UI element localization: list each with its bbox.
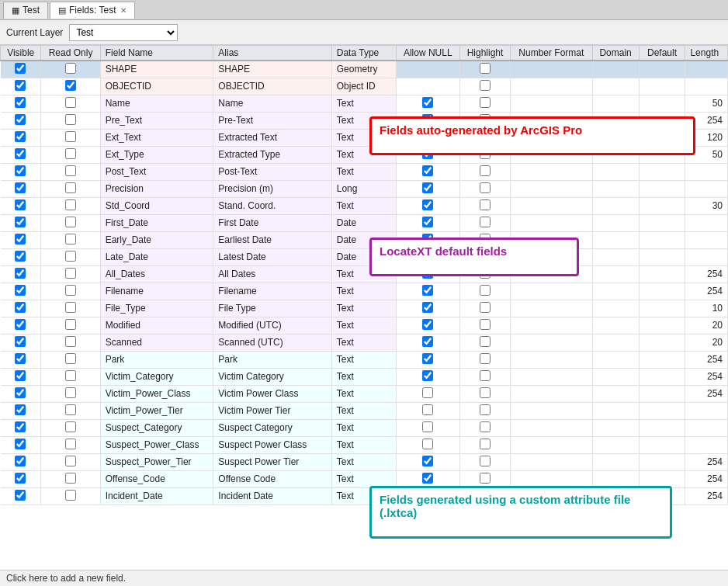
allownull-checkbox <box>396 385 459 402</box>
readonly-checkbox <box>41 283 100 300</box>
cell-fieldname-col: Suspect_Category <box>100 419 213 436</box>
bottom-bar[interactable]: Click here to add a new field. <box>0 570 728 584</box>
cell-numformat-col center <box>510 317 592 334</box>
readonly-checkbox <box>41 231 100 248</box>
highlight-checkbox <box>459 265 510 283</box>
table-row[interactable]: Early_DateEarliest DateDate <box>1 231 728 248</box>
table-row[interactable]: All_DatesAll DatesText254 <box>1 265 728 283</box>
cell-fieldname-col: Name <box>100 95 213 112</box>
highlight-checkbox <box>459 300 510 317</box>
table-row[interactable]: SHAPESHAPEGeometry <box>1 61 728 78</box>
visible-checkbox <box>1 317 41 334</box>
visible-checkbox <box>1 334 41 351</box>
visible-checkbox <box>1 453 41 470</box>
cell-fieldname-col: Std_Coord <box>100 197 213 214</box>
table-row[interactable]: Victim_Power_TierVictim Power TierText <box>1 402 728 419</box>
table-row[interactable]: Suspect_CategorySuspect CategoryText <box>1 419 728 436</box>
visible-checkbox <box>1 248 41 265</box>
cell-numformat-col center <box>510 231 592 248</box>
cell-domain-col center <box>592 487 639 505</box>
table-row[interactable]: ModifiedModified (UTC)Text20 <box>1 317 728 334</box>
table-row[interactable]: Late_DateLatest DateDate <box>1 248 728 265</box>
table-row[interactable]: Post_TextPost-TextText <box>1 163 728 180</box>
visible-checkbox <box>1 214 41 231</box>
tab-close-icon[interactable]: ✕ <box>120 6 127 15</box>
readonly-checkbox <box>41 419 100 436</box>
table-row[interactable]: Ext_TextExtracted TextText120 <box>1 129 728 146</box>
cell-numformat-col center <box>510 402 592 419</box>
table-row[interactable]: NameNameText50 <box>1 95 728 112</box>
readonly-checkbox <box>41 487 100 505</box>
highlight-checkbox <box>459 334 510 351</box>
table-row[interactable]: Pre_TextPre-TextText254 <box>1 112 728 129</box>
cell-numformat-col center <box>510 78 592 95</box>
tab-fields-tab[interactable]: ▤Fields: Test✕ <box>50 2 135 19</box>
cell-datatype-col: Date <box>331 231 396 248</box>
cell-domain-col center <box>592 419 639 436</box>
visible-checkbox <box>1 231 41 248</box>
visible-checkbox <box>1 402 41 419</box>
table-row[interactable]: ParkParkText254 <box>1 351 728 368</box>
table-row[interactable]: Victim_CategoryVictim CategoryText254 <box>1 368 728 385</box>
layer-select[interactable]: Test <box>69 24 178 41</box>
cell-datatype-col: Text <box>331 402 396 419</box>
cell-length-col right <box>685 78 728 95</box>
tab-label: Test <box>23 5 40 16</box>
cell-length-col right <box>685 163 728 180</box>
cell-numformat-col center <box>510 351 592 368</box>
table-row[interactable]: Suspect_Power_ClassSuspect Power ClassTe… <box>1 436 728 453</box>
cell-domain-col center <box>592 402 639 419</box>
col-header-datatype: Data Type <box>331 46 396 61</box>
col-header-highlight: Highlight <box>459 46 510 61</box>
readonly-checkbox <box>41 95 100 112</box>
allownull-checkbox <box>396 163 459 180</box>
cell-length-col right: 120 <box>685 129 728 146</box>
visible-checkbox <box>1 146 41 163</box>
cell-alias-col: Victim Category <box>213 368 331 385</box>
cell-fieldname-col: All_Dates <box>100 265 213 283</box>
cell-fieldname-col: Ext_Text <box>100 129 213 146</box>
cell-domain-col center <box>592 61 639 78</box>
highlight-checkbox <box>459 317 510 334</box>
tab-test-tab[interactable]: ▦Test <box>3 2 48 19</box>
cell-default-col center <box>639 197 685 214</box>
cell-default-col center <box>639 265 685 283</box>
highlight-checkbox <box>459 78 510 95</box>
table-row[interactable]: File_TypeFile TypeText10 <box>1 300 728 317</box>
cell-numformat-col center <box>510 300 592 317</box>
table-row[interactable]: PrecisionPrecision (m)Long <box>1 180 728 197</box>
tab-icon: ▤ <box>58 5 66 16</box>
readonly-checkbox <box>41 129 100 146</box>
table-row[interactable]: Victim_Power_ClassVictim Power ClassText… <box>1 385 728 402</box>
cell-domain-col center <box>592 385 639 402</box>
col-header-alias: Alias <box>213 46 331 61</box>
add-field-link[interactable]: Click here to add a new field. <box>6 573 126 584</box>
cell-datatype-col: Text <box>331 265 396 283</box>
table-row[interactable]: First_DateFirst DateDate <box>1 214 728 231</box>
cell-default-col center <box>639 453 685 470</box>
table-row[interactable]: FilenameFilenameText254 <box>1 283 728 300</box>
col-header-allownull: Allow NULL <box>396 46 459 61</box>
cell-fieldname-col: Victim_Power_Class <box>100 385 213 402</box>
cell-alias-col: Victim Power Tier <box>213 402 331 419</box>
table-row[interactable]: Suspect_Power_TierSuspect Power TierText… <box>1 453 728 470</box>
cell-length-col right <box>685 419 728 436</box>
table-row[interactable]: Offense_CodeOffense CodeText254 <box>1 470 728 487</box>
highlight-checkbox <box>459 146 510 163</box>
cell-datatype-col: Text <box>331 129 396 146</box>
cell-domain-col center <box>592 436 639 453</box>
col-header-default: Default <box>639 46 685 61</box>
cell-numformat-col center <box>510 453 592 470</box>
table-row[interactable]: OBJECTIDOBJECTIDObject ID <box>1 78 728 95</box>
readonly-checkbox <box>41 78 100 95</box>
table-row[interactable]: ScannedScanned (UTC)Text20 <box>1 334 728 351</box>
cell-length-col right: 50 <box>685 146 728 163</box>
cell-default-col center <box>639 385 685 402</box>
table-row[interactable]: Ext_TypeExtracted TypeText50 <box>1 146 728 163</box>
highlight-checkbox <box>459 283 510 300</box>
allownull-checkbox <box>396 180 459 197</box>
cell-datatype-col: Object ID <box>331 78 396 95</box>
table-row[interactable]: Std_CoordStand. Coord.Text30 <box>1 197 728 214</box>
cell-default-col center <box>639 112 685 129</box>
table-row[interactable]: Incident_DateIncident DateText254 <box>1 487 728 505</box>
